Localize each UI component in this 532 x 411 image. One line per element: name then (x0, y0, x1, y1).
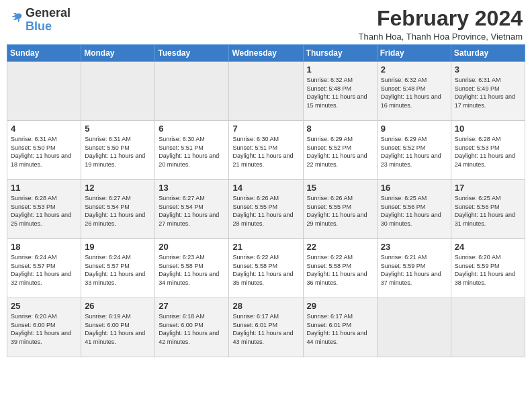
calendar-cell: 2Sunrise: 6:32 AM Sunset: 5:48 PM Daylig… (377, 62, 451, 121)
calendar-cell: 13Sunrise: 6:27 AM Sunset: 5:54 PM Dayli… (155, 180, 229, 239)
day-info: Sunrise: 6:26 AM Sunset: 5:55 PM Dayligh… (232, 194, 299, 228)
calendar-cell: 29Sunrise: 6:17 AM Sunset: 6:01 PM Dayli… (303, 298, 377, 357)
calendar-week-row: 18Sunrise: 6:24 AM Sunset: 5:57 PM Dayli… (7, 239, 525, 298)
day-number: 5 (85, 124, 151, 134)
day-info: Sunrise: 6:21 AM Sunset: 5:59 PM Dayligh… (381, 253, 447, 287)
calendar-week-row: 11Sunrise: 6:28 AM Sunset: 5:53 PM Dayli… (7, 180, 525, 239)
calendar-cell: 25Sunrise: 6:20 AM Sunset: 6:00 PM Dayli… (7, 298, 81, 357)
calendar-cell: 6Sunrise: 6:30 AM Sunset: 5:51 PM Daylig… (155, 121, 229, 180)
logo-text: GeneralBlue (26, 7, 71, 34)
day-info: Sunrise: 6:31 AM Sunset: 5:49 PM Dayligh… (455, 76, 521, 109)
day-info: Sunrise: 6:27 AM Sunset: 5:54 PM Dayligh… (159, 194, 225, 228)
calendar-week-row: 4Sunrise: 6:31 AM Sunset: 5:50 PM Daylig… (7, 121, 525, 180)
day-info: Sunrise: 6:24 AM Sunset: 5:57 PM Dayligh… (11, 253, 77, 287)
calendar-cell (81, 62, 155, 121)
day-number: 12 (85, 183, 151, 193)
day-number: 14 (232, 183, 299, 193)
day-number: 17 (455, 183, 521, 193)
day-number: 4 (11, 124, 77, 134)
calendar-cell (451, 298, 525, 357)
calendar-table: SundayMondayTuesdayWednesdayThursdayFrid… (7, 44, 525, 357)
calendar-cell (7, 62, 81, 121)
day-number: 10 (455, 124, 521, 134)
day-info: Sunrise: 6:25 AM Sunset: 5:56 PM Dayligh… (381, 194, 447, 228)
day-info: Sunrise: 6:28 AM Sunset: 5:53 PM Dayligh… (455, 135, 521, 169)
logo-bird-icon (9, 11, 24, 26)
calendar-cell: 1Sunrise: 6:32 AM Sunset: 5:48 PM Daylig… (303, 62, 377, 121)
day-info: Sunrise: 6:29 AM Sunset: 5:52 PM Dayligh… (307, 135, 373, 169)
day-number: 1 (307, 64, 373, 75)
day-number: 23 (381, 242, 447, 252)
day-number: 24 (455, 242, 521, 252)
calendar-cell: 22Sunrise: 6:22 AM Sunset: 5:58 PM Dayli… (303, 239, 377, 298)
day-number: 28 (232, 301, 299, 311)
day-number: 8 (307, 124, 373, 134)
day-number: 13 (159, 183, 225, 193)
day-info: Sunrise: 6:27 AM Sunset: 5:54 PM Dayligh… (85, 194, 151, 228)
location-subtitle: Thanh Hoa, Thanh Hoa Province, Vietnam (359, 32, 523, 42)
calendar-cell: 28Sunrise: 6:17 AM Sunset: 6:01 PM Dayli… (229, 298, 303, 357)
calendar-cell (155, 62, 229, 121)
day-number: 16 (381, 183, 447, 193)
calendar-week-row: 1Sunrise: 6:32 AM Sunset: 5:48 PM Daylig… (7, 62, 525, 121)
calendar-cell: 20Sunrise: 6:23 AM Sunset: 5:58 PM Dayli… (155, 239, 229, 298)
day-info: Sunrise: 6:23 AM Sunset: 5:58 PM Dayligh… (159, 253, 225, 287)
calendar-cell: 23Sunrise: 6:21 AM Sunset: 5:59 PM Dayli… (377, 239, 451, 298)
calendar-header-saturday: Saturday (451, 45, 525, 62)
day-number: 29 (307, 301, 373, 311)
day-number: 2 (381, 64, 447, 75)
calendar-cell (377, 298, 451, 357)
day-info: Sunrise: 6:18 AM Sunset: 6:00 PM Dayligh… (159, 312, 225, 346)
calendar-cell: 12Sunrise: 6:27 AM Sunset: 5:54 PM Dayli… (81, 180, 155, 239)
day-info: Sunrise: 6:22 AM Sunset: 5:58 PM Dayligh… (307, 253, 373, 287)
calendar-cell: 21Sunrise: 6:22 AM Sunset: 5:58 PM Dayli… (229, 239, 303, 298)
day-info: Sunrise: 6:32 AM Sunset: 5:48 PM Dayligh… (307, 76, 373, 109)
day-info: Sunrise: 6:32 AM Sunset: 5:48 PM Dayligh… (381, 76, 447, 109)
calendar-cell: 7Sunrise: 6:30 AM Sunset: 5:51 PM Daylig… (229, 121, 303, 180)
calendar-header-friday: Friday (377, 45, 451, 62)
calendar-cell: 27Sunrise: 6:18 AM Sunset: 6:00 PM Dayli… (155, 298, 229, 357)
calendar-header-row: SundayMondayTuesdayWednesdayThursdayFrid… (7, 45, 525, 62)
calendar-week-row: 25Sunrise: 6:20 AM Sunset: 6:00 PM Dayli… (7, 298, 525, 357)
calendar-header-thursday: Thursday (303, 45, 377, 62)
calendar-cell: 17Sunrise: 6:25 AM Sunset: 5:56 PM Dayli… (451, 180, 525, 239)
day-number: 26 (85, 301, 151, 311)
day-number: 15 (307, 183, 373, 193)
day-info: Sunrise: 6:25 AM Sunset: 5:56 PM Dayligh… (455, 194, 521, 228)
day-number: 3 (455, 64, 521, 75)
day-info: Sunrise: 6:28 AM Sunset: 5:53 PM Dayligh… (11, 194, 77, 228)
day-info: Sunrise: 6:17 AM Sunset: 6:01 PM Dayligh… (307, 312, 373, 346)
day-info: Sunrise: 6:31 AM Sunset: 5:50 PM Dayligh… (85, 135, 151, 169)
title-block: February 2024 Thanh Hoa, Thanh Hoa Provi… (359, 7, 523, 42)
day-number: 6 (159, 124, 225, 134)
calendar-cell: 11Sunrise: 6:28 AM Sunset: 5:53 PM Dayli… (7, 180, 81, 239)
day-info: Sunrise: 6:17 AM Sunset: 6:01 PM Dayligh… (232, 312, 299, 346)
calendar-cell: 18Sunrise: 6:24 AM Sunset: 5:57 PM Dayli… (7, 239, 81, 298)
calendar-cell: 9Sunrise: 6:29 AM Sunset: 5:52 PM Daylig… (377, 121, 451, 180)
month-year-title: February 2024 (359, 7, 523, 30)
day-info: Sunrise: 6:19 AM Sunset: 6:00 PM Dayligh… (85, 312, 151, 346)
calendar-cell: 19Sunrise: 6:24 AM Sunset: 5:57 PM Dayli… (81, 239, 155, 298)
day-info: Sunrise: 6:24 AM Sunset: 5:57 PM Dayligh… (85, 253, 151, 287)
calendar-cell: 24Sunrise: 6:20 AM Sunset: 5:59 PM Dayli… (451, 239, 525, 298)
day-info: Sunrise: 6:20 AM Sunset: 5:59 PM Dayligh… (455, 253, 521, 287)
calendar-header-sunday: Sunday (7, 45, 81, 62)
day-info: Sunrise: 6:30 AM Sunset: 5:51 PM Dayligh… (232, 135, 299, 169)
day-number: 18 (11, 242, 77, 252)
day-number: 20 (159, 242, 225, 252)
day-number: 11 (11, 183, 77, 193)
day-number: 7 (232, 124, 299, 134)
day-number: 19 (85, 242, 151, 252)
page-header: GeneralBlue February 2024 Thanh Hoa, Tha… (7, 7, 525, 42)
calendar-cell: 4Sunrise: 6:31 AM Sunset: 5:50 PM Daylig… (7, 121, 81, 180)
day-number: 25 (11, 301, 77, 311)
calendar-cell: 3Sunrise: 6:31 AM Sunset: 5:49 PM Daylig… (451, 62, 525, 121)
calendar-header-wednesday: Wednesday (229, 45, 303, 62)
day-number: 27 (159, 301, 225, 311)
day-info: Sunrise: 6:30 AM Sunset: 5:51 PM Dayligh… (159, 135, 225, 169)
calendar-cell: 8Sunrise: 6:29 AM Sunset: 5:52 PM Daylig… (303, 121, 377, 180)
calendar-cell: 10Sunrise: 6:28 AM Sunset: 5:53 PM Dayli… (451, 121, 525, 180)
calendar-cell: 15Sunrise: 6:26 AM Sunset: 5:55 PM Dayli… (303, 180, 377, 239)
calendar-cell: 14Sunrise: 6:26 AM Sunset: 5:55 PM Dayli… (229, 180, 303, 239)
day-number: 22 (307, 242, 373, 252)
